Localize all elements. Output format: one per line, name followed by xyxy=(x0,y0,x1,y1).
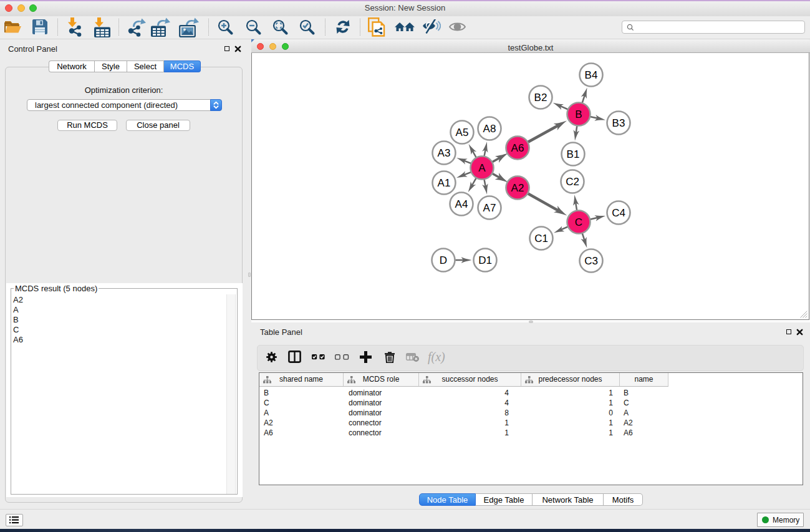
svg-text:B2: B2 xyxy=(534,92,547,104)
svg-text:B1: B1 xyxy=(567,148,580,160)
svg-text:C2: C2 xyxy=(566,176,579,188)
svg-text:D1: D1 xyxy=(478,254,492,266)
svg-text:B3: B3 xyxy=(612,117,625,129)
svg-text:D: D xyxy=(440,254,447,266)
svg-text:A1: A1 xyxy=(438,177,451,189)
svg-text:A5: A5 xyxy=(456,127,469,138)
svg-text:A2: A2 xyxy=(511,182,524,194)
svg-text:A3: A3 xyxy=(438,147,451,159)
svg-text:A7: A7 xyxy=(483,202,496,214)
svg-text:C1: C1 xyxy=(534,233,548,244)
svg-text:B: B xyxy=(575,109,582,120)
svg-text:C3: C3 xyxy=(584,255,598,267)
svg-text:A4: A4 xyxy=(455,198,468,210)
svg-text:B4: B4 xyxy=(585,69,598,81)
svg-text:C4: C4 xyxy=(612,207,625,219)
svg-text:A: A xyxy=(478,162,486,174)
svg-text:A8: A8 xyxy=(483,123,496,135)
svg-text:C: C xyxy=(575,216,582,228)
svg-text:A6: A6 xyxy=(511,142,524,154)
